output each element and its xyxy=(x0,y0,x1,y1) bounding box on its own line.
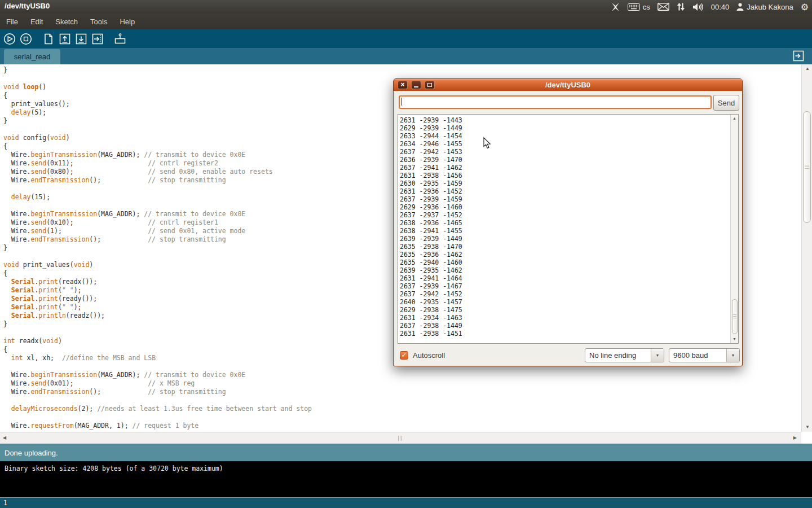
baud-rate-value: 9600 baud xyxy=(669,349,726,362)
network-sync-indicator-icon[interactable] xyxy=(677,2,685,11)
volume-indicator-icon[interactable] xyxy=(692,3,704,11)
line-number: 1 xyxy=(3,499,7,507)
tab-menu-arrow-icon xyxy=(792,49,805,63)
window-maximize-button[interactable] xyxy=(425,81,435,89)
user-menu[interactable]: Jakub Kakona xyxy=(736,3,793,11)
autoscroll-checkbox[interactable]: ✓ xyxy=(400,351,408,360)
open-up-arrow-icon xyxy=(59,33,71,45)
user-icon xyxy=(736,3,744,11)
serial-monitor-icon xyxy=(113,33,127,45)
serial-window-titlebar[interactable]: × /dev/ttyUSB0 xyxy=(394,79,742,91)
menu-tools[interactable]: Tools xyxy=(90,17,108,26)
tab-menu-button[interactable] xyxy=(792,49,805,63)
mail-indicator-icon[interactable] xyxy=(657,3,669,11)
tab-bar: serial_read xyxy=(0,48,812,64)
serial-scrollbar[interactable]: ▲ ▼ xyxy=(730,115,738,343)
serial-monitor-button[interactable] xyxy=(113,32,127,46)
scroll-left-icon[interactable]: ◀ xyxy=(3,436,6,440)
scroll-down-icon[interactable]: ▼ xyxy=(805,425,810,430)
menu-edit[interactable]: Edit xyxy=(30,17,43,26)
top-panel: /dev/ttyUSB0 cs 00:40 Jakub Kakona ⚙ xyxy=(0,0,812,14)
upload-right-arrow-icon xyxy=(91,33,104,45)
serial-send-input[interactable] xyxy=(399,95,712,109)
scroll-right-icon[interactable]: ▶ xyxy=(793,436,797,440)
window-close-button[interactable]: × xyxy=(398,81,408,89)
user-name: Jakub Kakona xyxy=(747,3,793,11)
keyboard-layout-label: cs xyxy=(643,3,650,11)
tab-serial-read[interactable]: serial_read xyxy=(4,49,60,64)
scroll-up-icon[interactable]: ▲ xyxy=(732,116,736,121)
status-bar: Done uploading. xyxy=(0,444,812,461)
line-number-bar: 1 xyxy=(0,498,812,508)
autoscroll-label: Autoscroll xyxy=(413,351,445,360)
stop-icon xyxy=(20,33,32,45)
tab-label: serial_read xyxy=(14,52,50,61)
chevron-down-icon[interactable]: ▼ xyxy=(726,349,739,362)
indicator-applet-icon[interactable] xyxy=(611,2,620,12)
session-gear-icon[interactable]: ⚙ xyxy=(801,2,809,12)
panel-window-title: /dev/ttyUSB0 xyxy=(5,2,50,10)
open-sketch-button[interactable] xyxy=(58,32,72,46)
send-button-label: Send xyxy=(718,99,735,107)
scroll-up-icon[interactable]: ▲ xyxy=(805,67,810,71)
baud-rate-dropdown[interactable]: 9600 baud ▼ xyxy=(669,348,740,362)
new-sketch-button[interactable] xyxy=(42,32,55,46)
hscroll-grip[interactable] xyxy=(398,436,403,441)
minimize-icon xyxy=(414,86,418,87)
clock[interactable]: 00:40 xyxy=(711,3,730,11)
serial-output-text: 2631 -2939 -14432629 -2939 -14492633 -29… xyxy=(398,115,738,338)
close-icon: × xyxy=(400,82,404,88)
new-file-icon xyxy=(42,33,55,45)
text-caret xyxy=(401,98,402,106)
serial-output-area: 2631 -2939 -14432629 -2939 -14492633 -29… xyxy=(398,114,739,344)
system-tray: cs 00:40 Jakub Kakona ⚙ xyxy=(611,0,809,14)
menu-bar: File Edit Sketch Tools Help xyxy=(0,14,812,29)
console-output: Binary sketch size: 4208 bytes (of a 307… xyxy=(0,461,812,498)
menu-file[interactable]: File xyxy=(6,17,19,26)
chevron-down-icon[interactable]: ▼ xyxy=(651,349,664,362)
save-down-arrow-icon xyxy=(75,33,87,45)
stop-button[interactable] xyxy=(19,32,33,46)
status-message: Done uploading. xyxy=(5,449,58,457)
maximize-icon xyxy=(427,83,432,87)
mouse-cursor xyxy=(483,137,491,149)
menu-sketch[interactable]: Sketch xyxy=(55,17,78,26)
scroll-down-icon[interactable]: ▼ xyxy=(732,337,736,341)
window-minimize-button[interactable] xyxy=(411,81,421,89)
line-ending-dropdown[interactable]: No line ending ▼ xyxy=(585,348,664,362)
toolbar xyxy=(0,29,812,48)
editor-vscroll-thumb[interactable] xyxy=(803,111,811,223)
checkmark-icon: ✓ xyxy=(401,351,407,359)
console-text: Binary sketch size: 4208 bytes (of a 307… xyxy=(5,465,223,472)
keyboard-layout-indicator[interactable]: cs xyxy=(628,3,650,11)
editor-vertical-scrollbar[interactable]: ▲ ▼ xyxy=(801,64,812,432)
editor-horizontal-scrollbar[interactable]: ◀ ▶ xyxy=(0,432,801,444)
send-button[interactable]: Send xyxy=(713,95,739,111)
verify-button[interactable] xyxy=(3,32,16,46)
keyboard-icon xyxy=(628,3,640,11)
upload-button[interactable] xyxy=(91,32,104,46)
save-sketch-button[interactable] xyxy=(74,32,88,46)
serial-monitor-window: × /dev/ttyUSB0 Send 2631 -2939 -14432629… xyxy=(393,78,743,366)
serial-scroll-thumb[interactable] xyxy=(732,299,738,334)
verify-play-icon xyxy=(3,33,16,45)
serial-window-title: /dev/ttyUSB0 xyxy=(394,79,742,91)
menu-help[interactable]: Help xyxy=(119,17,135,26)
line-ending-value: No line ending xyxy=(585,349,651,362)
